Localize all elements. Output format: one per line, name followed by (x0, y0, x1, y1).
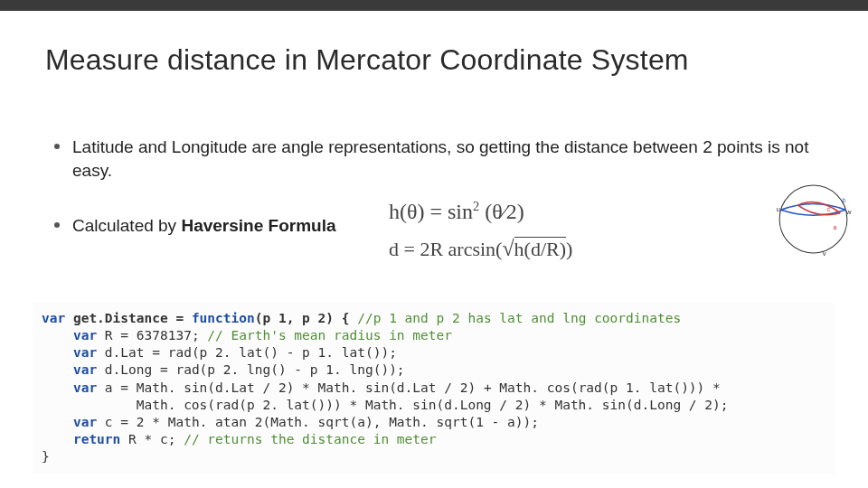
code-l2b: R = 6378137; (97, 328, 207, 343)
kw-var: var (73, 345, 97, 360)
formula2-pre: d = 2R arcsin( (389, 238, 502, 260)
kw-var: var (73, 415, 97, 429)
comment-2: // Earth's mean radius in meter (207, 328, 452, 343)
kw-var: var (42, 311, 65, 325)
kw-return: return (73, 432, 120, 446)
kw-var: var (73, 362, 97, 377)
kw-function: function (192, 311, 255, 325)
sphere-diagram: u w v a b c (775, 181, 852, 258)
bullet-1: Latitude and Longitude are angle represe… (54, 136, 814, 182)
bullet-2-pre: Calculated by (72, 216, 181, 235)
comment-3: // returns the distance in meter (184, 432, 436, 446)
code-l5b: a = Math. sin(d.Lat / 2) * Math. sin(d.L… (97, 380, 721, 395)
label-v: v (823, 249, 826, 258)
code-l7b: R * c; (120, 432, 184, 446)
label-w: w (845, 208, 852, 216)
bullet-1-text: Latitude and Longitude are angle represe… (72, 136, 814, 182)
formula1-right: (θ⁄2) (485, 200, 524, 223)
kw-var: var (73, 380, 97, 395)
code-l4b: d.Long = rad(p 2. lng() - p 1. lng()); (97, 362, 404, 377)
top-bar (0, 0, 868, 11)
svg-point-0 (779, 185, 847, 253)
bullet-dot (54, 144, 60, 149)
haversine-formula: h(θ) = sin2 (θ⁄2) (389, 199, 769, 224)
formula2-sqrt: h(d/R) (514, 237, 566, 259)
code-l5c: Math. cos(rad(p 2. lat())) * Math. sin(d… (42, 398, 729, 412)
formulas: h(θ) = sin2 (θ⁄2) d = 2R arcsin(√h(d/R)) (389, 190, 769, 274)
code-l8: } (42, 449, 50, 464)
slide: Measure distance in Mercator Coordinate … (0, 0, 868, 488)
code-l1d: (p 1, p 2) { (255, 311, 358, 325)
code-l6b: c = 2 * Math. atan 2(Math. sqrt(a), Math… (97, 415, 539, 429)
slide-title: Measure distance in Mercator Coordinate … (45, 43, 689, 77)
comment-1: //p 1 and p 2 has lat and lng coordinate… (357, 311, 681, 325)
sphere-svg: u w v a b c (775, 181, 852, 258)
label-a: a (834, 224, 837, 230)
kw-var: var (73, 328, 97, 343)
code-l3b: d.Lat = rad(p 2. lat() - p 1. lat()); (97, 345, 397, 360)
formula2-post: ) (566, 238, 572, 260)
formula1-exp: 2 (473, 199, 479, 213)
label-u: u (777, 205, 780, 213)
code-l1b: get.Distance = (65, 311, 192, 325)
label-b: b (843, 197, 846, 203)
code-block: var get.Distance = function(p 1, p 2) { … (33, 303, 835, 474)
distance-formula: d = 2R arcsin(√h(d/R)) (389, 237, 769, 261)
bullet-2-bold: Haversine Formula (181, 216, 335, 235)
formula1-left: h(θ) = sin (389, 200, 473, 223)
label-c: c (827, 206, 831, 212)
bullet-dot (54, 222, 60, 228)
